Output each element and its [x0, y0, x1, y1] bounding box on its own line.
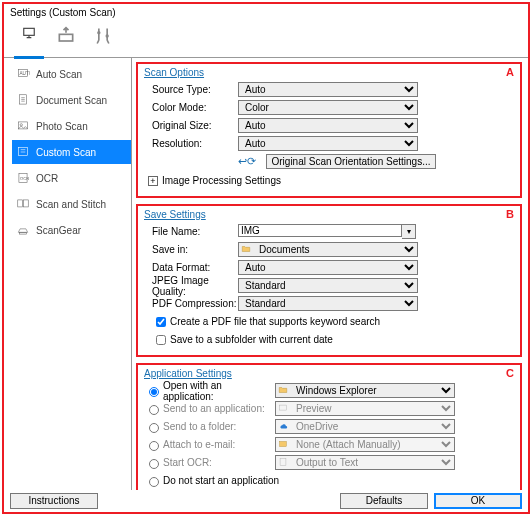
- jpeg-quality-label: JPEG Image Quality:: [144, 275, 238, 297]
- do-not-start-label: Do not start an application: [163, 475, 279, 486]
- start-ocr-combo: Output to Text: [275, 455, 455, 470]
- svg-rect-17: [280, 459, 286, 466]
- sidebar-item-document-scan[interactable]: Document Scan: [12, 88, 131, 112]
- resolution-combo[interactable]: Auto: [238, 136, 418, 151]
- window-content: AUTO Auto Scan Document Scan Photo Scan …: [4, 22, 528, 512]
- pdf-keyword-checkbox[interactable]: [156, 317, 166, 327]
- save-in-combo[interactable]: Documents: [238, 242, 418, 257]
- sidebar-item-label: Auto Scan: [36, 69, 82, 80]
- stitch-icon: [16, 197, 30, 211]
- tools-icon: [93, 26, 113, 46]
- callout-b: B: [506, 208, 514, 220]
- tab-general-settings[interactable]: [86, 26, 120, 54]
- mail-icon: [278, 439, 288, 449]
- attach-email-radio[interactable]: [149, 441, 159, 451]
- bottom-bar: Instructions Defaults OK: [10, 492, 522, 510]
- explorer-icon: [278, 385, 288, 395]
- application-settings-title: Application Settings: [144, 368, 514, 379]
- open-with-label: Open with an application:: [163, 380, 275, 402]
- callout-c: C: [506, 367, 514, 379]
- svg-rect-0: [24, 28, 35, 35]
- scan-options-group: A Scan Options Source Type: Auto Color M…: [136, 62, 522, 198]
- send-to-folder-label: Send to a folder:: [163, 421, 275, 432]
- data-format-combo[interactable]: Auto: [238, 260, 418, 275]
- sidebar-item-custom-scan[interactable]: Custom Scan: [12, 140, 131, 164]
- save-settings-group: B Save Settings File Name: ▾ Save in:: [136, 204, 522, 357]
- instructions-button[interactable]: Instructions: [10, 493, 98, 509]
- sidebar-item-scan-and-stitch[interactable]: Scan and Stitch: [12, 192, 131, 216]
- start-ocr-radio[interactable]: [149, 459, 159, 469]
- tab-scan-from-computer[interactable]: [12, 26, 46, 54]
- start-ocr-label: Start OCR:: [163, 457, 275, 468]
- monitor-icon: [22, 26, 36, 40]
- folder-icon: [241, 244, 251, 254]
- original-size-label: Original Size:: [144, 120, 238, 131]
- resolution-label: Resolution:: [144, 138, 238, 149]
- settings-panels: A Scan Options Source Type: Auto Color M…: [132, 58, 528, 490]
- top-tab-strip: [4, 22, 528, 58]
- subfolder-label: Save to a subfolder with current date: [170, 334, 333, 345]
- preview-icon: [278, 403, 288, 413]
- window-title: Settings (Custom Scan): [4, 4, 528, 22]
- application-settings-group: C Application Settings Open with an appl…: [136, 363, 522, 490]
- send-to-folder-radio[interactable]: [149, 423, 159, 433]
- custom-icon: [16, 145, 30, 159]
- save-in-label: Save in:: [144, 244, 238, 255]
- sidebar-item-auto-scan[interactable]: AUTO Auto Scan: [12, 62, 131, 86]
- sidebar: AUTO Auto Scan Document Scan Photo Scan …: [4, 58, 132, 490]
- image-processing-label: Image Processing Settings: [162, 175, 281, 186]
- scanner-up-icon: [56, 26, 76, 46]
- svg-text:OCR: OCR: [20, 176, 29, 181]
- scangear-icon: [16, 223, 30, 237]
- sidebar-item-scangear[interactable]: ScanGear: [12, 218, 131, 242]
- sidebar-item-label: Document Scan: [36, 95, 107, 106]
- svg-point-3: [105, 34, 108, 37]
- onedrive-icon: [278, 421, 288, 431]
- sidebar-item-label: ScanGear: [36, 225, 81, 236]
- svg-rect-14: [20, 232, 27, 234]
- orientation-settings-button[interactable]: Original Scan Orientation Settings...: [266, 154, 436, 169]
- svg-point-2: [97, 31, 100, 34]
- file-name-input[interactable]: [238, 224, 402, 237]
- send-to-app-combo: Preview: [275, 401, 455, 416]
- defaults-button[interactable]: Defaults: [340, 493, 428, 509]
- source-type-combo[interactable]: Auto: [238, 82, 418, 97]
- expand-image-processing[interactable]: +: [148, 176, 158, 186]
- tab-scan-from-panel[interactable]: [49, 26, 83, 54]
- ok-button[interactable]: OK: [434, 493, 522, 509]
- sidebar-item-ocr[interactable]: OCR OCR: [12, 166, 131, 190]
- do-not-start-radio[interactable]: [149, 477, 159, 487]
- open-with-combo[interactable]: Windows Explorer: [275, 383, 455, 398]
- svg-rect-15: [280, 405, 287, 410]
- file-name-label: File Name:: [144, 226, 238, 237]
- rotate-icon[interactable]: ↩⟳: [238, 155, 256, 168]
- svg-rect-1: [59, 34, 72, 41]
- save-settings-title: Save Settings: [144, 209, 514, 220]
- auto-scan-icon: AUTO: [16, 67, 30, 81]
- subfolder-checkbox[interactable]: [156, 335, 166, 345]
- callout-a: A: [506, 66, 514, 78]
- original-size-combo[interactable]: Auto: [238, 118, 418, 133]
- color-mode-label: Color Mode:: [144, 102, 238, 113]
- document-icon: [16, 93, 30, 107]
- svg-text:AUTO: AUTO: [20, 71, 31, 76]
- svg-rect-13: [24, 200, 29, 207]
- file-name-dropdown[interactable]: ▾: [402, 224, 416, 239]
- ocr-icon: OCR: [16, 171, 30, 185]
- color-mode-combo[interactable]: Color: [238, 100, 418, 115]
- send-to-app-radio[interactable]: [149, 405, 159, 415]
- photo-icon: [16, 119, 30, 133]
- text-icon: [278, 457, 288, 467]
- scan-options-title: Scan Options: [144, 67, 514, 78]
- attach-email-combo: None (Attach Manually): [275, 437, 455, 452]
- attach-email-label: Attach to e-mail:: [163, 439, 275, 450]
- source-type-label: Source Type:: [144, 84, 238, 95]
- sidebar-item-label: Scan and Stitch: [36, 199, 106, 210]
- open-with-radio[interactable]: [149, 387, 159, 397]
- jpeg-quality-combo[interactable]: Standard: [238, 278, 418, 293]
- sidebar-item-photo-scan[interactable]: Photo Scan: [12, 114, 131, 138]
- pdf-keyword-label: Create a PDF file that supports keyword …: [170, 316, 380, 327]
- pdf-compression-combo[interactable]: Standard: [238, 296, 418, 311]
- sidebar-item-label: Photo Scan: [36, 121, 88, 132]
- data-format-label: Data Format:: [144, 262, 238, 273]
